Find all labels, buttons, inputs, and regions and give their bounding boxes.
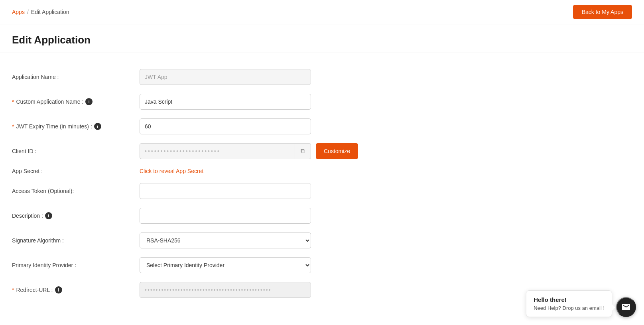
signature-algorithm-select[interactable]: RSA-SHA256 HS256 RS256: [140, 232, 311, 248]
client-id-wrapper: ⧉: [140, 143, 311, 159]
top-bar: Apps / Edit Application Back to My Apps: [0, 0, 644, 24]
client-id-label: Client ID :: [12, 148, 140, 154]
breadcrumb-current: Edit Application: [31, 9, 69, 15]
access-token-input[interactable]: [140, 183, 311, 199]
breadcrumb-apps-link[interactable]: Apps: [12, 9, 25, 15]
jwt-required-star: *: [12, 123, 14, 130]
breadcrumb-separator: /: [27, 9, 29, 15]
chat-bubble-wrapper: Hello there! Need Help? Drop us an email…: [526, 290, 612, 317]
edit-application-form: Application Name : * Custom Application …: [0, 65, 399, 319]
header-divider: [0, 53, 644, 53]
jwt-expiry-info-icon[interactable]: i: [94, 123, 101, 130]
primary-idp-label: Primary Identity Provider :: [12, 262, 140, 268]
redirect-url-required-star: *: [12, 287, 14, 293]
app-name-input[interactable]: [140, 69, 311, 85]
custom-app-name-label: * Custom Application Name : i: [12, 98, 140, 105]
client-id-row: Client ID : ⧉ Customize: [12, 143, 387, 159]
custom-app-name-info-icon[interactable]: i: [85, 98, 93, 105]
primary-idp-row: Primary Identity Provider : Select Prima…: [12, 257, 387, 273]
description-label-text: Description :: [12, 213, 43, 219]
redirect-url-label-text: Redirect-URL :: [16, 287, 53, 293]
chat-widget: Hello there! Need Help? Drop us an email…: [526, 290, 636, 317]
description-input[interactable]: [140, 208, 311, 224]
jwt-expiry-input[interactable]: [140, 118, 311, 134]
client-id-input: [140, 143, 295, 159]
chat-button[interactable]: [616, 297, 636, 317]
jwt-expiry-label-text: JWT Expiry Time (in minutes) :: [16, 123, 92, 130]
page-header: Edit Application: [0, 24, 644, 53]
chat-icon: [621, 302, 631, 312]
signature-algorithm-row: Signature Algorithm : RSA-SHA256 HS256 R…: [12, 232, 387, 248]
app-secret-label: App Secret :: [12, 168, 140, 174]
customize-button[interactable]: Customize: [316, 143, 358, 159]
custom-app-name-label-text: Custom Application Name :: [16, 98, 83, 105]
jwt-expiry-label: * JWT Expiry Time (in minutes) : i: [12, 123, 140, 130]
app-name-row: Application Name :: [12, 69, 387, 85]
description-row: Description : i: [12, 208, 387, 224]
description-label: Description : i: [12, 212, 140, 219]
chat-bubble-title: Hello there!: [534, 296, 605, 303]
reveal-app-secret-link[interactable]: Click to reveal App Secret: [140, 168, 203, 174]
access-token-label: Access Token (Optional):: [12, 188, 140, 194]
redirect-url-row: * Redirect-URL : i: [12, 282, 387, 298]
description-info-icon[interactable]: i: [45, 212, 52, 219]
access-token-row: Access Token (Optional):: [12, 183, 387, 199]
breadcrumb: Apps / Edit Application: [12, 9, 69, 15]
copy-client-id-button[interactable]: ⧉: [295, 143, 311, 159]
jwt-expiry-row: * JWT Expiry Time (in minutes) : i: [12, 118, 387, 134]
redirect-url-info-icon[interactable]: i: [55, 286, 62, 293]
app-secret-row: App Secret : Click to reveal App Secret: [12, 168, 387, 174]
required-star: *: [12, 98, 14, 105]
custom-app-name-input[interactable]: [140, 94, 311, 110]
primary-idp-select[interactable]: Select Primary Identity Provider: [140, 257, 311, 273]
redirect-url-label: * Redirect-URL : i: [12, 286, 140, 293]
redirect-url-input[interactable]: [140, 282, 311, 298]
back-to-my-apps-button[interactable]: Back to My Apps: [573, 5, 632, 19]
page-title: Edit Application: [12, 34, 632, 46]
chat-bubble: Hello there! Need Help? Drop us an email…: [526, 290, 612, 317]
chat-bubble-text: Need Help? Drop us an email !: [534, 305, 605, 311]
app-name-label: Application Name :: [12, 74, 140, 80]
chat-bubble-arrow: [612, 304, 615, 311]
copy-icon: ⧉: [301, 148, 305, 155]
signature-algorithm-label: Signature Algorithm :: [12, 237, 140, 244]
custom-app-name-row: * Custom Application Name : i: [12, 94, 387, 110]
